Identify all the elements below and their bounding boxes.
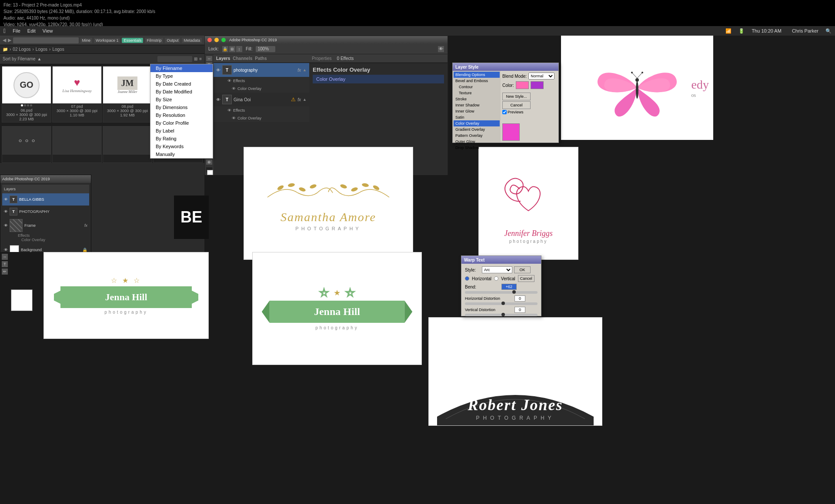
warp-cancel-button[interactable]: Cancel (518, 275, 534, 282)
maximize-window-btn[interactable] (221, 38, 226, 42)
breadcrumb-home[interactable]: 📁 (3, 47, 8, 52)
warp-hdist-thumb[interactable] (501, 302, 505, 305)
style-bevel[interactable]: Bevel and Emboss (454, 78, 500, 84)
mine-label[interactable]: Mine (80, 38, 93, 43)
menu-item-file[interactable]: File (13, 28, 20, 33)
warp-hdist-slider[interactable] (465, 302, 538, 305)
warp-vdist-slider[interactable] (465, 314, 538, 316)
layer-chevron-photography[interactable]: ▲ (303, 68, 307, 72)
style-stroke[interactable]: Stroke (454, 96, 500, 102)
sidebar-tool-2[interactable]: T (2, 261, 8, 267)
minimize-window-btn[interactable] (214, 38, 219, 42)
style-outer-glow[interactable]: Outer Glow (454, 139, 500, 145)
preview-checkbox[interactable]: Previews (502, 110, 557, 114)
bella-layer-frame[interactable]: 👁 Frame fx (2, 218, 89, 233)
bella-layers-tab[interactable]: Layers (4, 187, 16, 191)
sort-option-manually[interactable]: Manually (150, 150, 213, 158)
layer-gina-ooi[interactable]: 👁 T Gina Ooi ⚠ fx ▲ (214, 93, 309, 106)
back-icon[interactable]: ◀ (3, 37, 6, 43)
bella-layer-photo[interactable]: 👁 T PHOTOGRAPHY (2, 206, 89, 218)
effects-eye-gina[interactable]: 👁 (227, 108, 231, 113)
large-color-swatch[interactable] (502, 123, 520, 141)
tool-move[interactable]: ↔ (206, 56, 212, 61)
color-swatch-pink[interactable] (516, 81, 529, 89)
layer-photography[interactable]: 👁 T photography fx ▲ (214, 63, 309, 77)
view-list-icon[interactable]: ≡ (199, 56, 202, 61)
file-item-08[interactable]: JM Joanne Miller 08.psd3000 × 3000 @ 300… (103, 66, 152, 123)
sort-option-filename[interactable]: By Filename (150, 64, 213, 72)
sort-option-keywords[interactable]: By Keywords (150, 143, 213, 150)
style-texture[interactable]: Texture (454, 90, 500, 96)
fill-value[interactable]: 100% (256, 46, 275, 52)
menu-item-view[interactable]: View (43, 28, 53, 33)
sort-option-color-profile[interactable]: By Color Profile (150, 119, 213, 127)
layers-tab[interactable]: Layers (216, 56, 230, 61)
style-contour[interactable]: Contour (454, 84, 500, 90)
sort-option-dimensions[interactable]: By Dimensions (150, 103, 213, 111)
bella-bg-eye[interactable]: 👁 (4, 248, 8, 252)
bella-eye[interactable]: 👁 (4, 197, 8, 202)
file-item-11[interactable] (52, 126, 102, 163)
layer-fx-gina[interactable]: fx (297, 97, 301, 102)
warp-ok-button[interactable]: OK (514, 266, 531, 273)
style-drop-shadow[interactable]: Drop Shadow (454, 145, 500, 151)
file-item-07[interactable]: ♥ Lisa Hemmingway 07.psd3000 × 3000 @ 30… (52, 66, 102, 123)
sort-option-rating[interactable]: By Rating (150, 135, 213, 143)
sort-option-label[interactable]: By Label (150, 127, 213, 135)
layer-color-overlay-photography[interactable]: 👁 Color Overlay (227, 85, 309, 93)
new-style-button[interactable]: New Style... (502, 93, 531, 100)
eye-icon[interactable]: 👁 (438, 46, 444, 52)
metadata-label[interactable]: Metadata (182, 38, 202, 43)
forward-icon[interactable]: ▶ (8, 37, 11, 43)
co-eye-gina[interactable]: 👁 (232, 116, 236, 120)
search-input-area[interactable] (157, 56, 192, 62)
sidebar-tool-1[interactable]: ↔ (2, 254, 8, 260)
essentials-label[interactable]: Essentials (122, 38, 143, 43)
layer-eye-gina[interactable]: 👁 (216, 97, 220, 102)
layer-chevron-gina[interactable]: ▲ (303, 97, 307, 102)
bella-photo-eye[interactable]: 👁 (4, 209, 8, 214)
style-satin[interactable]: Satin (454, 114, 500, 120)
background-color[interactable] (207, 170, 213, 175)
style-inner-glow[interactable]: Inner Glow (454, 108, 500, 114)
warp-hdist-value[interactable]: 0 (514, 295, 525, 302)
file-item-12[interactable] (103, 126, 152, 163)
layer-fx-photography[interactable]: fx (297, 68, 301, 73)
sort-option-date-modified[interactable]: By Date Modified (150, 88, 213, 96)
warp-bend-value[interactable]: +62 (501, 284, 517, 290)
sort-option-type[interactable]: By Type (150, 72, 213, 80)
file-item-10[interactable]: ⚬⚬⚬ (2, 126, 51, 163)
menu-search[interactable]: 🔍 (825, 28, 832, 34)
color-overlay-item[interactable]: Color Overlay (313, 75, 444, 83)
color-swatch-purple[interactable] (531, 81, 544, 89)
vertical-radio[interactable] (494, 276, 498, 281)
preview-check[interactable] (502, 110, 507, 114)
style-blending[interactable]: Blending Options (454, 72, 500, 78)
file-item-06[interactable]: GO 06.psd3000 × 3000 @ 300 ppi2.23 MB (2, 66, 51, 123)
breadcrumb-logos2[interactable]: Logos (52, 47, 64, 52)
bella-layer-text[interactable]: 👁 T BELLA GIBBS (2, 193, 89, 206)
channels-tab[interactable]: Channels (233, 56, 252, 61)
bella-frame-eye[interactable]: 👁 (4, 223, 8, 228)
output-label[interactable]: Output (165, 38, 180, 43)
tool-zoom[interactable]: ⊕ (206, 159, 212, 165)
warp-vdist-thumb[interactable] (501, 313, 505, 316)
cancel-style-button[interactable]: Cancel (502, 101, 531, 109)
warp-bend-slider[interactable] (465, 291, 538, 294)
sort-option-size[interactable]: By Size (150, 96, 213, 103)
warp-vdist-value[interactable]: 0 (514, 307, 525, 313)
style-inner-shadow[interactable]: Inner Shadow (454, 102, 500, 108)
lock-icon-1[interactable]: 🔒 (222, 46, 228, 52)
sort-option-resolution[interactable]: By Resolution (150, 111, 213, 119)
sidebar-tool-3[interactable]: ✏ (2, 269, 8, 275)
co-eye-photography[interactable]: 👁 (232, 86, 236, 91)
breadcrumb-02logos[interactable]: 02 Logos (13, 47, 30, 52)
filmstrip-label[interactable]: Filmstrip (145, 38, 163, 43)
style-color-overlay[interactable]: Color Overlay (454, 120, 500, 126)
effects-eye-photography[interactable]: 👁 (227, 79, 231, 83)
blend-mode-select[interactable]: Normal (528, 73, 554, 80)
layer-color-overlay-gina[interactable]: 👁 Color Overlay (227, 114, 309, 122)
layer-eye-icon[interactable]: 👁 (216, 68, 220, 73)
horizontal-radio[interactable] (465, 276, 469, 281)
style-pattern-overlay[interactable]: Pattern Overlay (454, 133, 500, 139)
